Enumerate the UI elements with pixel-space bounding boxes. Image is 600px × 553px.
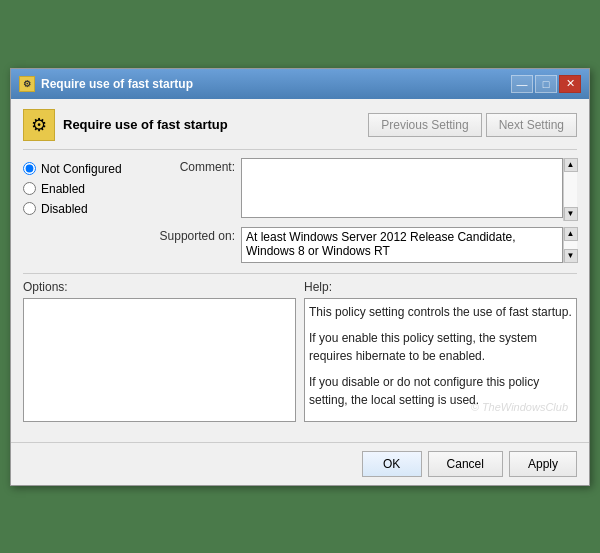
comment-textarea[interactable] [241, 158, 563, 218]
supported-row: Supported on: At least Windows Server 20… [145, 227, 577, 263]
footer: OK Cancel Apply [11, 442, 589, 485]
cancel-button[interactable]: Cancel [428, 451, 503, 477]
maximize-button[interactable]: □ [535, 75, 557, 93]
content-area: ⚙ Require use of fast startup Previous S… [11, 99, 589, 442]
help-box: This policy setting controls the use of … [304, 298, 577, 422]
watermark: © TheWindowsClub [471, 401, 568, 413]
minimize-button[interactable]: — [511, 75, 533, 93]
radio-enabled[interactable]: Enabled [23, 182, 133, 196]
divider [23, 273, 577, 274]
policy-icon: ⚙ [23, 109, 55, 141]
help-panel: Help: This policy setting controls the u… [304, 280, 577, 422]
options-panel: Options: [23, 280, 296, 422]
scroll-up-arrow[interactable]: ▲ [564, 158, 578, 172]
nav-buttons: Previous Setting Next Setting [368, 113, 577, 137]
options-box [23, 298, 296, 422]
apply-button[interactable]: Apply [509, 451, 577, 477]
previous-setting-button[interactable]: Previous Setting [368, 113, 481, 137]
radio-not-configured[interactable]: Not Configured [23, 162, 133, 176]
radio-disabled[interactable]: Disabled [23, 202, 133, 216]
supported-scroll-down[interactable]: ▼ [564, 249, 578, 263]
help-label: Help: [304, 280, 577, 294]
comment-scrollbar: ▲ ▼ [563, 158, 577, 221]
policy-title: Require use of fast startup [63, 117, 360, 132]
radio-group: Not Configured Enabled Disabled [23, 158, 133, 263]
close-button[interactable]: ✕ [559, 75, 581, 93]
radio-disabled-input[interactable] [23, 202, 36, 215]
window-icon: ⚙ [19, 76, 35, 92]
options-label: Options: [23, 280, 296, 294]
title-bar-left: ⚙ Require use of fast startup [19, 76, 193, 92]
comment-row: Comment: ▲ ▼ [145, 158, 577, 221]
help-text: This policy setting controls the use of … [309, 303, 572, 409]
help-para-1: This policy setting controls the use of … [309, 303, 572, 321]
ok-button[interactable]: OK [362, 451, 422, 477]
form-section: Not Configured Enabled Disabled Comment: [23, 158, 577, 263]
radio-not-configured-input[interactable] [23, 162, 36, 175]
supported-scrollbar: ▲ ▼ [563, 227, 577, 263]
window-title: Require use of fast startup [41, 77, 193, 91]
supported-on-box: At least Windows Server 2012 Release Can… [241, 227, 563, 263]
radio-disabled-label: Disabled [41, 202, 88, 216]
radio-enabled-input[interactable] [23, 182, 36, 195]
header-row: ⚙ Require use of fast startup Previous S… [23, 109, 577, 150]
title-bar: ⚙ Require use of fast startup — □ ✕ [11, 69, 589, 99]
supported-scroll-up[interactable]: ▲ [564, 227, 578, 241]
supported-on-text: At least Windows Server 2012 Release Can… [246, 230, 558, 258]
next-setting-button[interactable]: Next Setting [486, 113, 577, 137]
comment-label: Comment: [145, 158, 235, 174]
right-section: Comment: ▲ ▼ Supported on: [145, 158, 577, 263]
scroll-track [564, 172, 577, 207]
scroll-down-arrow[interactable]: ▼ [564, 207, 578, 221]
panels-row: Options: Help: This policy setting contr… [23, 280, 577, 422]
title-bar-controls: — □ ✕ [511, 75, 581, 93]
supported-wrapper: At least Windows Server 2012 Release Can… [241, 227, 577, 263]
radio-not-configured-label: Not Configured [41, 162, 122, 176]
radio-enabled-label: Enabled [41, 182, 85, 196]
help-para-2: If you enable this policy setting, the s… [309, 329, 572, 365]
main-window: ⚙ Require use of fast startup — □ ✕ ⚙ Re… [10, 68, 590, 486]
supported-scroll-track [564, 241, 577, 249]
comment-wrapper: ▲ ▼ [241, 158, 577, 221]
supported-label: Supported on: [145, 227, 235, 243]
